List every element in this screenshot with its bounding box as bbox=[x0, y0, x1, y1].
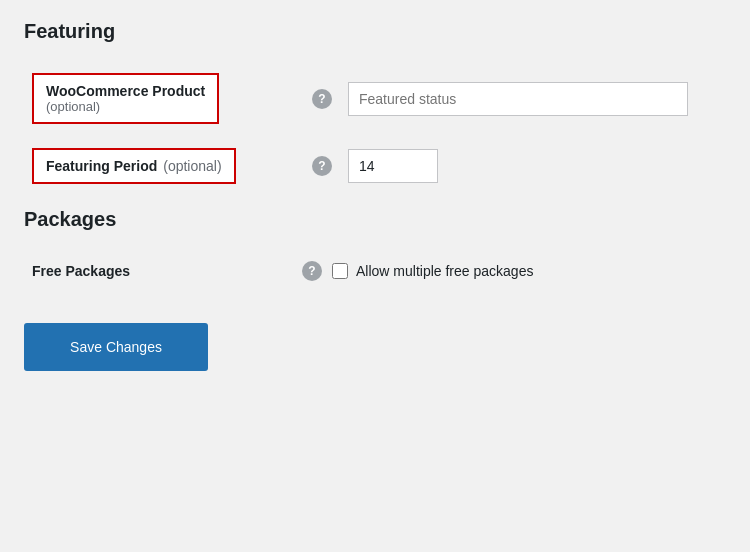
woo-product-label: WooCommerce Product bbox=[46, 83, 205, 99]
woo-product-optional: (optional) bbox=[46, 99, 205, 114]
woo-product-help-icon[interactable]: ? bbox=[312, 89, 332, 109]
free-packages-checkbox[interactable] bbox=[332, 263, 348, 279]
free-packages-label: Free Packages bbox=[32, 263, 292, 279]
free-packages-checkbox-label[interactable]: Allow multiple free packages bbox=[332, 263, 533, 279]
featuring-period-input[interactable] bbox=[348, 149, 438, 183]
free-packages-help-icon[interactable]: ? bbox=[302, 261, 322, 281]
featuring-period-help-icon[interactable]: ? bbox=[312, 156, 332, 176]
featuring-period-label: Featuring Period bbox=[46, 158, 157, 174]
save-changes-button[interactable]: Save Changes bbox=[24, 323, 208, 371]
featuring-period-optional: (optional) bbox=[163, 158, 221, 174]
section-title-featuring: Featuring bbox=[24, 20, 726, 43]
featured-status-input[interactable] bbox=[348, 82, 688, 116]
section-title-packages: Packages bbox=[24, 208, 726, 231]
free-packages-checkbox-text: Allow multiple free packages bbox=[356, 263, 533, 279]
